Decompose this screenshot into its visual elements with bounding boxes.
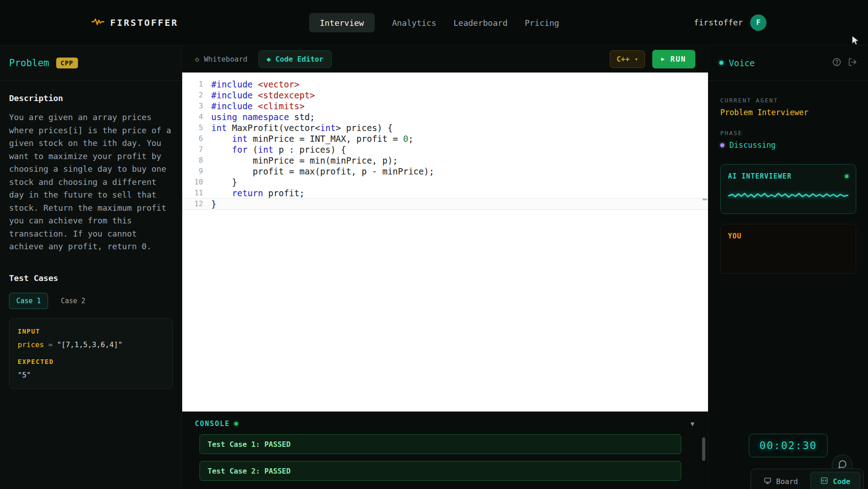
chevron-down-icon: ▾ — [635, 56, 638, 63]
diamond-outline-icon: ◇ — [195, 55, 199, 63]
case-tab-2[interactable]: Case 2 — [53, 293, 92, 309]
expected-value: "5" — [18, 371, 164, 379]
problem-body: Description You are given an array price… — [0, 81, 182, 402]
code-text: for (int p : prices) { — [211, 144, 346, 155]
problem-header: Problem CPP — [0, 45, 182, 81]
nav-item-leaderboard[interactable]: Leaderboard — [454, 18, 508, 27]
voice-title: Voice — [729, 58, 755, 68]
help-button[interactable] — [832, 58, 841, 68]
mouse-cursor — [849, 34, 861, 48]
workspace: ◇ Whiteboard ◆ Code Editor C++ ▾ ▶ RUN — [182, 45, 708, 489]
ai-interviewer-card: AI INTERVIEWER — [720, 164, 856, 214]
you-label: YOU — [728, 232, 742, 240]
case-tabs: Case 1 Case 2 — [9, 293, 173, 309]
test-cases-heading: Test Cases — [9, 273, 173, 283]
code-line-3[interactable]: 3#include <climits> — [182, 101, 708, 111]
view-tab-code[interactable]: Code — [810, 472, 860, 489]
code-line-2[interactable]: 2#include <stdexcept> — [182, 90, 708, 101]
you-card: YOU — [720, 224, 856, 274]
nav-item-interview[interactable]: Interview — [309, 13, 375, 32]
main-nav: Interview Analytics Leaderboard Pricing — [309, 13, 559, 32]
test-result-2: Test Case 2: PASSED — [199, 461, 681, 481]
equals-sign: = — [48, 340, 53, 349]
avatar[interactable]: F — [750, 15, 766, 31]
top-navbar: FIRSTOFFER Interview Analytics Leaderboa… — [0, 0, 868, 45]
help-icon — [832, 58, 841, 68]
line-number: 12 — [182, 199, 203, 209]
console-scrollbar[interactable] — [702, 437, 705, 461]
nav-item-pricing[interactable]: Pricing — [525, 18, 559, 27]
test-result-1: Test Case 1: PASSED — [199, 434, 681, 454]
code-line-10[interactable]: 10 } — [182, 177, 708, 188]
diamond-filled-icon: ◆ — [267, 55, 271, 63]
phase-status-dot — [720, 143, 724, 147]
code-text: minPrice = min(minPrice, p); — [211, 155, 398, 166]
view-tab-board-label: Board — [776, 477, 798, 486]
console-title: CONSOLE — [195, 420, 230, 428]
input-variable: prices — [18, 340, 44, 349]
code-line-11[interactable]: 11 return profit; — [182, 188, 708, 199]
language-badge: CPP — [56, 58, 78, 68]
brand[interactable]: FIRSTOFFER — [92, 17, 178, 28]
run-button[interactable]: ▶ RUN — [652, 50, 695, 68]
tab-whiteboard-label: Whiteboard — [204, 55, 247, 63]
console-status-dot — [234, 422, 238, 426]
code-line-4[interactable]: 4using namespace std; — [182, 111, 708, 122]
view-tab-code-label: Code — [833, 477, 850, 486]
code-icon — [820, 477, 828, 486]
phase-label: PHASE — [720, 130, 856, 136]
voice-header: Voice — [708, 45, 868, 81]
nav-item-analytics[interactable]: Analytics — [392, 18, 436, 27]
line-number: 1 — [182, 79, 203, 90]
line-number: 10 — [182, 177, 203, 188]
code-line-9[interactable]: 9 profit = max(profit, p - minPrice); — [182, 166, 708, 177]
code-line-6[interactable]: 6 int minPrice = INT_MAX, profit = 0; — [182, 133, 708, 144]
code-text: int MaxProfit(vector<int> prices) { — [211, 122, 393, 133]
account: firstoffer F — [694, 15, 766, 31]
code-editor[interactable]: 1#include <vector>2#include <stdexcept>3… — [182, 73, 708, 412]
voice-body: CURRENT AGENT Problem Interviewer PHASE … — [708, 81, 868, 489]
input-label: INPUT — [18, 328, 164, 335]
code-line-12[interactable]: 12} — [182, 199, 708, 209]
phase-row: Discussing — [720, 140, 856, 150]
description-text: You are given an array prices where pric… — [9, 111, 173, 253]
line-number: 2 — [182, 90, 203, 101]
expected-label: EXPECTED — [18, 358, 164, 365]
case-tab-1[interactable]: Case 1 — [9, 293, 48, 309]
line-number: 5 — [182, 122, 203, 133]
leave-session-button[interactable] — [848, 58, 857, 68]
code-line-7[interactable]: 7 for (int p : prices) { — [182, 144, 708, 155]
code-line-8[interactable]: 8 minPrice = min(minPrice, p); — [182, 155, 708, 166]
editor-scroll-marker[interactable] — [703, 199, 707, 200]
brand-name: FIRSTOFFER — [110, 17, 178, 28]
voice-header-actions — [832, 58, 857, 68]
console-collapse-button[interactable]: ▼ — [691, 420, 694, 427]
exit-icon — [848, 58, 857, 68]
code-line-5[interactable]: 5int MaxProfit(vector<int> prices) { — [182, 122, 708, 133]
view-tab-board[interactable]: Board — [754, 472, 808, 489]
account-name: firstoffer — [694, 18, 743, 27]
line-number: 7 — [182, 144, 203, 155]
code-text: #include <stdexcept> — [211, 90, 315, 101]
code-text: #include <climits> — [211, 101, 305, 111]
session-timer: 00:02:30 — [749, 434, 828, 457]
ai-speaking-dot — [845, 174, 849, 178]
test-case-card: INPUT prices = "[7,1,5,3,6,4]" EXPECTED … — [9, 318, 173, 389]
main-layout: Problem CPP Description You are given an… — [0, 45, 868, 489]
code-line-1[interactable]: 1#include <vector> — [182, 79, 708, 90]
tab-whiteboard[interactable]: ◇ Whiteboard — [195, 55, 247, 63]
line-number: 4 — [182, 111, 203, 122]
tab-code-editor[interactable]: ◆ Code Editor — [258, 50, 332, 68]
board-icon — [764, 477, 771, 486]
run-button-label: RUN — [670, 55, 686, 63]
code-text: using namespace std; — [211, 111, 315, 122]
code-text: #include <vector> — [211, 79, 299, 90]
language-select[interactable]: C++ ▾ — [610, 50, 645, 68]
ai-interviewer-label: AI INTERVIEWER — [728, 172, 791, 180]
line-number: 11 — [182, 188, 203, 199]
you-waveform — [728, 247, 849, 264]
console-panel: CONSOLE ▼ Test Case 1: PASSED Test Case … — [182, 412, 708, 489]
app-root: FIRSTOFFER Interview Analytics Leaderboa… — [0, 0, 868, 489]
phase-value: Discussing — [729, 140, 776, 150]
problem-panel: Problem CPP Description You are given an… — [0, 45, 182, 489]
